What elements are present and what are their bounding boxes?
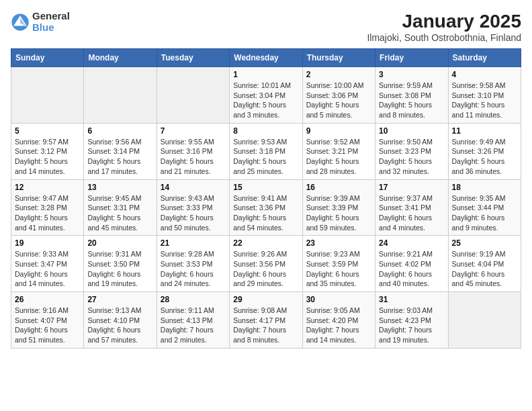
calendar-cell: 6Sunrise: 9:56 AM Sunset: 3:14 PM Daylig… bbox=[84, 123, 157, 179]
day-number: 8 bbox=[233, 126, 298, 136]
day-info: Sunrise: 9:26 AM Sunset: 3:56 PM Dayligh… bbox=[233, 249, 298, 289]
calendar-cell: 18Sunrise: 9:35 AM Sunset: 3:44 PM Dayli… bbox=[448, 179, 521, 236]
day-info: Sunrise: 9:57 AM Sunset: 3:12 PM Dayligh… bbox=[15, 137, 80, 177]
weekday-row: SundayMondayTuesdayWednesdayThursdayFrid… bbox=[11, 49, 521, 67]
day-info: Sunrise: 10:01 AM Sunset: 3:04 PM Daylig… bbox=[233, 81, 298, 120]
calendar-cell: 14Sunrise: 9:43 AM Sunset: 3:33 PM Dayli… bbox=[157, 179, 229, 236]
logo: General Blue bbox=[11, 11, 70, 33]
calendar-cell: 28Sunrise: 9:11 AM Sunset: 4:13 PM Dayli… bbox=[157, 292, 229, 349]
day-info: Sunrise: 9:53 AM Sunset: 3:18 PM Dayligh… bbox=[233, 137, 298, 177]
day-number: 2 bbox=[306, 70, 371, 79]
logo-line1: General bbox=[32, 11, 70, 22]
day-info: Sunrise: 9:13 AM Sunset: 4:10 PM Dayligh… bbox=[87, 306, 152, 345]
day-number: 27 bbox=[87, 295, 152, 304]
calendar-cell: 17Sunrise: 9:37 AM Sunset: 3:41 PM Dayli… bbox=[375, 179, 448, 236]
day-info: Sunrise: 9:11 AM Sunset: 4:13 PM Dayligh… bbox=[161, 306, 226, 345]
day-number: 28 bbox=[161, 295, 226, 304]
day-number: 9 bbox=[306, 126, 371, 136]
weekday-header: Tuesday bbox=[157, 49, 229, 67]
calendar-cell: 25Sunrise: 9:19 AM Sunset: 4:04 PM Dayli… bbox=[448, 236, 521, 292]
calendar-cell: 1Sunrise: 10:01 AM Sunset: 3:04 PM Dayli… bbox=[230, 67, 302, 124]
calendar-cell: 19Sunrise: 9:33 AM Sunset: 3:47 PM Dayli… bbox=[11, 236, 84, 292]
day-number: 21 bbox=[161, 238, 226, 248]
weekday-header: Friday bbox=[375, 49, 448, 67]
day-number: 11 bbox=[452, 126, 517, 136]
calendar-cell: 24Sunrise: 9:21 AM Sunset: 4:02 PM Dayli… bbox=[375, 236, 448, 292]
day-info: Sunrise: 9:45 AM Sunset: 3:31 PM Dayligh… bbox=[87, 193, 152, 233]
day-number: 22 bbox=[233, 238, 298, 248]
day-number: 24 bbox=[379, 238, 444, 248]
day-number: 19 bbox=[15, 238, 80, 248]
day-info: Sunrise: 9:58 AM Sunset: 3:10 PM Dayligh… bbox=[452, 81, 517, 120]
day-info: Sunrise: 9:23 AM Sunset: 3:59 PM Dayligh… bbox=[306, 249, 371, 289]
page-header: General Blue January 2025 Ilmajoki, Sout… bbox=[11, 11, 521, 43]
day-number: 16 bbox=[306, 183, 371, 192]
day-info: Sunrise: 9:56 AM Sunset: 3:14 PM Dayligh… bbox=[87, 137, 152, 177]
day-info: Sunrise: 9:08 AM Sunset: 4:17 PM Dayligh… bbox=[233, 306, 298, 345]
logo-line2: Blue bbox=[32, 22, 70, 34]
calendar-cell: 3Sunrise: 9:59 AM Sunset: 3:08 PM Daylig… bbox=[375, 67, 448, 124]
day-number: 20 bbox=[87, 238, 152, 248]
calendar-week-row: 12Sunrise: 9:47 AM Sunset: 3:28 PM Dayli… bbox=[11, 179, 521, 236]
calendar-cell: 16Sunrise: 9:39 AM Sunset: 3:39 PM Dayli… bbox=[302, 179, 375, 236]
day-info: Sunrise: 9:52 AM Sunset: 3:21 PM Dayligh… bbox=[306, 137, 371, 177]
day-number: 10 bbox=[379, 126, 444, 136]
day-info: Sunrise: 9:28 AM Sunset: 3:53 PM Dayligh… bbox=[161, 249, 226, 289]
day-number: 30 bbox=[306, 295, 371, 304]
day-number: 18 bbox=[452, 183, 517, 192]
day-info: Sunrise: 9:05 AM Sunset: 4:20 PM Dayligh… bbox=[306, 306, 371, 345]
calendar-subtitle: Ilmajoki, South Ostrobothnia, Finland bbox=[367, 32, 521, 43]
day-number: 12 bbox=[15, 183, 80, 192]
calendar-cell: 5Sunrise: 9:57 AM Sunset: 3:12 PM Daylig… bbox=[11, 123, 84, 179]
day-info: Sunrise: 9:33 AM Sunset: 3:47 PM Dayligh… bbox=[15, 249, 80, 289]
calendar-cell: 10Sunrise: 9:50 AM Sunset: 3:23 PM Dayli… bbox=[375, 123, 448, 179]
day-info: Sunrise: 9:37 AM Sunset: 3:41 PM Dayligh… bbox=[379, 193, 444, 233]
day-number: 4 bbox=[452, 70, 517, 79]
day-number: 14 bbox=[161, 183, 226, 192]
calendar-cell: 20Sunrise: 9:31 AM Sunset: 3:50 PM Dayli… bbox=[84, 236, 157, 292]
calendar-week-row: 19Sunrise: 9:33 AM Sunset: 3:47 PM Dayli… bbox=[11, 236, 521, 292]
calendar-cell: 7Sunrise: 9:55 AM Sunset: 3:16 PM Daylig… bbox=[157, 123, 229, 179]
day-number: 26 bbox=[15, 295, 80, 304]
weekday-header: Saturday bbox=[448, 49, 521, 67]
weekday-header: Monday bbox=[84, 49, 157, 67]
day-number: 29 bbox=[233, 295, 298, 304]
calendar-title: January 2025 bbox=[367, 11, 521, 32]
day-number: 13 bbox=[87, 183, 152, 192]
day-number: 6 bbox=[87, 126, 152, 136]
calendar-cell: 30Sunrise: 9:05 AM Sunset: 4:20 PM Dayli… bbox=[302, 292, 375, 349]
calendar-cell: 4Sunrise: 9:58 AM Sunset: 3:10 PM Daylig… bbox=[448, 67, 521, 124]
day-number: 3 bbox=[379, 70, 444, 79]
day-info: Sunrise: 10:00 AM Sunset: 3:06 PM Daylig… bbox=[306, 81, 371, 120]
weekday-header: Wednesday bbox=[230, 49, 302, 67]
calendar-cell bbox=[157, 67, 229, 124]
logo-icon bbox=[11, 13, 30, 32]
day-number: 7 bbox=[161, 126, 226, 136]
day-number: 15 bbox=[233, 183, 298, 192]
day-info: Sunrise: 9:39 AM Sunset: 3:39 PM Dayligh… bbox=[306, 193, 371, 233]
calendar-cell: 2Sunrise: 10:00 AM Sunset: 3:06 PM Dayli… bbox=[302, 67, 375, 124]
day-number: 1 bbox=[233, 70, 298, 79]
day-info: Sunrise: 9:21 AM Sunset: 4:02 PM Dayligh… bbox=[379, 249, 444, 289]
day-number: 23 bbox=[306, 238, 371, 248]
day-number: 5 bbox=[15, 126, 80, 136]
weekday-header: Sunday bbox=[11, 49, 84, 67]
calendar-cell: 21Sunrise: 9:28 AM Sunset: 3:53 PM Dayli… bbox=[157, 236, 229, 292]
calendar-cell: 15Sunrise: 9:41 AM Sunset: 3:36 PM Dayli… bbox=[230, 179, 302, 236]
day-info: Sunrise: 9:41 AM Sunset: 3:36 PM Dayligh… bbox=[233, 193, 298, 233]
day-info: Sunrise: 9:03 AM Sunset: 4:23 PM Dayligh… bbox=[379, 306, 444, 345]
calendar-cell: 8Sunrise: 9:53 AM Sunset: 3:18 PM Daylig… bbox=[230, 123, 302, 179]
day-info: Sunrise: 9:47 AM Sunset: 3:28 PM Dayligh… bbox=[15, 193, 80, 233]
day-info: Sunrise: 9:43 AM Sunset: 3:33 PM Dayligh… bbox=[161, 193, 226, 233]
calendar-cell: 22Sunrise: 9:26 AM Sunset: 3:56 PM Dayli… bbox=[230, 236, 302, 292]
day-info: Sunrise: 9:16 AM Sunset: 4:07 PM Dayligh… bbox=[15, 306, 80, 345]
day-info: Sunrise: 9:31 AM Sunset: 3:50 PM Dayligh… bbox=[87, 249, 152, 289]
calendar-cell: 31Sunrise: 9:03 AM Sunset: 4:23 PM Dayli… bbox=[375, 292, 448, 349]
day-number: 31 bbox=[379, 295, 444, 304]
logo-text: General Blue bbox=[32, 11, 70, 33]
day-info: Sunrise: 9:49 AM Sunset: 3:26 PM Dayligh… bbox=[452, 137, 517, 177]
calendar-cell bbox=[84, 67, 157, 124]
calendar-table: SundayMondayTuesdayWednesdayThursdayFrid… bbox=[11, 48, 521, 349]
calendar-body: 1Sunrise: 10:01 AM Sunset: 3:04 PM Dayli… bbox=[11, 67, 521, 349]
calendar-week-row: 26Sunrise: 9:16 AM Sunset: 4:07 PM Dayli… bbox=[11, 292, 521, 349]
